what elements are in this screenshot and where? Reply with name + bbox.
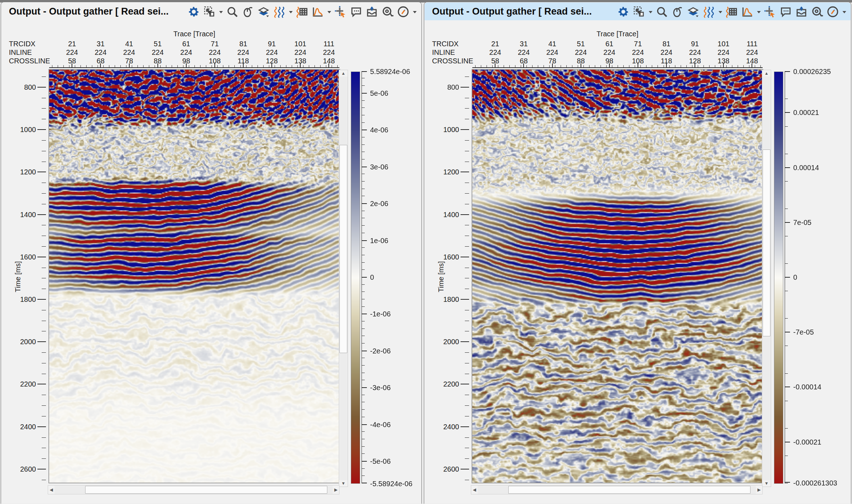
settings-gear-icon[interactable]: [616, 5, 630, 19]
colorbar-minor-tick: [785, 456, 788, 456]
trace-minor-tick: [286, 65, 286, 67]
zoom-magnifier-icon[interactable]: [225, 5, 239, 19]
wiggle-traces-icon[interactable]: [702, 5, 716, 19]
select-mode-icon[interactable]: [202, 5, 217, 19]
time-major-tick: [461, 214, 469, 215]
time-major-tick: [37, 257, 46, 257]
time-minor-tick: [465, 151, 469, 151]
scroll-down-button[interactable]: ▼: [339, 480, 348, 487]
scroll-right-button[interactable]: ▶: [333, 485, 339, 494]
amplitude-histogram-icon[interactable]: [311, 5, 325, 19]
measure-tool-icon[interactable]: [380, 5, 395, 19]
crosshair-position-icon[interactable]: [333, 5, 348, 19]
time-major-tick: [461, 384, 469, 384]
horizontal-scrollbar[interactable]: ◀ ▶: [471, 485, 763, 494]
panel-toolbar: [616, 4, 847, 19]
trace-header-inline: 224: [86, 48, 115, 57]
wiggle-traces-dropdown-icon[interactable]: [717, 5, 723, 19]
panel-titlebar[interactable]: Output - Output gather [ Read sei...: [1, 2, 421, 20]
export-image-icon[interactable]: [365, 5, 379, 19]
colorbar-tick-label: -0.00021: [793, 439, 821, 446]
colorbar-minor-tick: [785, 428, 788, 429]
time-major-tick: [461, 172, 469, 172]
time-minor-tick: [42, 151, 46, 151]
trace-minor-tick: [640, 65, 641, 67]
panel-titlebar[interactable]: Output - Output gather [ Read sei...: [425, 2, 851, 20]
vertical-scroll-thumb[interactable]: [339, 145, 347, 353]
horizontal-scroll-thumb[interactable]: [85, 486, 327, 494]
colorbar-minor-tick: [362, 233, 365, 233]
scroll-up-button[interactable]: ▲: [339, 70, 348, 77]
gather-viewer-panel: Output - Output gather [ Read sei... Tra…: [424, 2, 851, 504]
wiggle-traces-icon[interactable]: [272, 5, 286, 19]
colorbar-minor-tick: [362, 269, 365, 270]
time-minor-tick: [42, 119, 46, 119]
trace-major-tick: [271, 63, 272, 67]
amplitude-histogram-dropdown-icon[interactable]: [756, 5, 762, 19]
scroll-right-button[interactable]: ▶: [756, 485, 762, 494]
colorbar-minor-tick: [362, 152, 365, 152]
colorbar-major-tick: [785, 332, 790, 332]
trace-minor-tick: [212, 65, 212, 67]
display-layers-icon[interactable]: [686, 5, 700, 19]
annotation-comment-icon[interactable]: [779, 5, 793, 19]
annotation-comment-icon[interactable]: [349, 5, 363, 19]
amplitude-colorbar: [351, 72, 360, 484]
export-image-icon[interactable]: [794, 5, 809, 19]
seismic-image-view[interactable]: [472, 69, 763, 483]
trace-table-icon[interactable]: [724, 5, 739, 19]
select-mode-dropdown-icon[interactable]: [218, 5, 224, 19]
time-minor-tick: [42, 416, 46, 416]
trace-minor-tick: [263, 65, 264, 67]
measure-tool-icon[interactable]: [810, 5, 824, 19]
trace-major-tick: [129, 63, 130, 67]
horizontal-scroll-thumb[interactable]: [508, 486, 750, 494]
settings-gear-icon[interactable]: [187, 5, 201, 19]
select-mode-dropdown-icon[interactable]: [648, 5, 653, 19]
scroll-left-button[interactable]: ◀: [471, 485, 478, 494]
compass-orientation-icon[interactable]: [396, 5, 410, 19]
vertical-scrollbar[interactable]: ▲ ▼: [339, 70, 348, 487]
time-minor-tick: [465, 405, 469, 406]
vertical-scrollbar[interactable]: ▲ ▼: [762, 70, 771, 487]
amplitude-colorbar: [774, 72, 783, 484]
display-layers-icon[interactable]: [256, 5, 271, 19]
trace-minor-tick: [475, 65, 476, 67]
time-minor-tick: [42, 289, 46, 289]
trace-minor-tick: [601, 65, 601, 67]
colorbar-minor-tick: [785, 291, 788, 291]
compass-orientation-dropdown-icon[interactable]: [841, 5, 847, 19]
trace-minor-tick: [200, 65, 201, 67]
time-minor-tick: [42, 162, 46, 162]
crosshair-position-icon[interactable]: [763, 5, 777, 19]
scroll-down-button[interactable]: ▼: [762, 480, 771, 487]
trace-minor-tick: [509, 65, 510, 67]
wiggle-traces-dropdown-icon[interactable]: [288, 5, 293, 19]
zoom-magnifier-icon[interactable]: [655, 5, 669, 19]
colorbar-tick-label: 2e-06: [370, 200, 388, 207]
scroll-left-button[interactable]: ◀: [48, 485, 54, 494]
time-minor-tick: [465, 108, 469, 109]
seismic-image-view[interactable]: [48, 69, 340, 483]
trace-minor-tick: [143, 65, 144, 67]
select-mode-icon[interactable]: [632, 5, 646, 19]
trace-minor-tick: [92, 65, 92, 67]
amplitude-histogram-dropdown-icon[interactable]: [326, 5, 332, 19]
trace-minor-tick: [544, 65, 544, 67]
trace-minor-tick: [52, 65, 52, 67]
mouse-controls-icon[interactable]: [241, 5, 255, 19]
amplitude-histogram-icon[interactable]: [740, 5, 754, 19]
time-major-tick: [37, 214, 46, 215]
scroll-up-button[interactable]: ▲: [762, 70, 771, 77]
time-minor-tick: [42, 458, 46, 459]
trace-table-icon[interactable]: [295, 5, 309, 19]
compass-orientation-dropdown-icon[interactable]: [412, 5, 417, 19]
horizontal-scrollbar[interactable]: ◀ ▶: [48, 485, 339, 494]
compass-orientation-icon[interactable]: [826, 5, 840, 19]
trace-minor-tick: [240, 65, 241, 67]
vertical-scroll-thumb[interactable]: [763, 149, 770, 336]
colorbar-major-tick: [362, 351, 367, 351]
trace-minor-tick: [721, 65, 721, 67]
trace-minor-tick: [80, 65, 81, 67]
mouse-controls-icon[interactable]: [670, 5, 685, 19]
